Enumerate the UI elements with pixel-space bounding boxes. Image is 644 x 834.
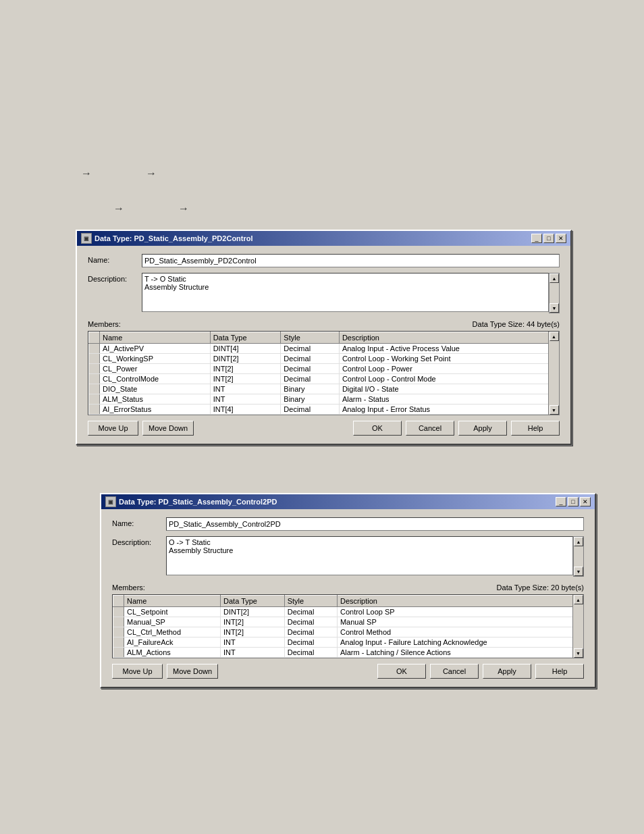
dialog2-title: Data Type: PD_Static_Assembly_Control2PD bbox=[119, 498, 277, 506]
table-header-row-2: Name Data Type Style Description bbox=[113, 596, 583, 607]
table-row[interactable]: CL_Power INT[2] Decimal Control Loop - P… bbox=[89, 364, 559, 374]
description-label-2: Description: bbox=[112, 536, 166, 546]
name-label-1: Name: bbox=[88, 254, 142, 264]
move-down-button-1[interactable]: Move Down bbox=[142, 421, 194, 436]
move-up-button-2[interactable]: Move Up bbox=[112, 664, 163, 679]
col-description-header-1: Description bbox=[339, 332, 558, 344]
maximize-btn-1[interactable]: □ bbox=[543, 234, 554, 243]
arrow-row-1: → → bbox=[81, 167, 157, 180]
col-style-header-2: Style bbox=[284, 596, 337, 607]
col-datatype-header-1: Data Type bbox=[210, 332, 281, 344]
table-row[interactable]: DIO_State INT Binary Digital I/O - State bbox=[89, 384, 559, 394]
center-buttons-2: OK Cancel Apply Help bbox=[377, 664, 584, 679]
ok-button-2[interactable]: OK bbox=[377, 664, 426, 679]
description-scrollbar-1[interactable]: ▲ ▼ bbox=[549, 273, 560, 313]
dialog-pd2control: ▣ Data Type: PD_Static_Assembly_PD2Contr… bbox=[76, 230, 572, 445]
move-down-button-2[interactable]: Move Down bbox=[167, 664, 218, 679]
arrow-row-2: → → bbox=[113, 203, 189, 215]
table-row[interactable]: CL_Ctrl_Method INT[2] Decimal Control Me… bbox=[113, 627, 583, 637]
description-textarea-2[interactable]: O -> T Static Assembly Structure bbox=[166, 536, 573, 575]
table-scroll-down-2[interactable]: ▼ bbox=[574, 648, 583, 658]
name-row-1: Name: bbox=[88, 254, 560, 267]
arrow-4: → bbox=[178, 203, 189, 215]
close-btn-1[interactable]: ✕ bbox=[556, 234, 566, 243]
col-datatype-header-2: Data Type bbox=[221, 596, 285, 607]
arrow-1: → bbox=[81, 167, 92, 180]
table-scroll-down-1[interactable]: ▼ bbox=[549, 405, 559, 415]
table-scrollbar-1[interactable]: ▲ ▼ bbox=[548, 332, 559, 415]
title-icon-1: ▣ bbox=[81, 233, 92, 244]
table-row[interactable]: CL_ControlMode INT[2] Decimal Control Lo… bbox=[89, 374, 559, 384]
move-up-button-1[interactable]: Move Up bbox=[88, 421, 138, 436]
members-section-2: Members: Data Type Size: 20 byte(s) Name… bbox=[112, 583, 584, 658]
name-input-1[interactable] bbox=[142, 254, 560, 267]
table-row[interactable]: CL_Setpoint DINT[2] Decimal Control Loop… bbox=[113, 607, 583, 617]
bottom-row-2: Move Up Move Down OK Cancel Apply Help bbox=[112, 664, 584, 679]
table-header-row-1: Name Data Type Style Description bbox=[89, 332, 559, 344]
move-buttons-1: Move Up Move Down bbox=[88, 421, 194, 436]
table-row[interactable]: ALM_Status INT Binary Alarm - Status bbox=[89, 394, 559, 405]
close-btn-2[interactable]: ✕ bbox=[580, 497, 591, 506]
maximize-btn-2[interactable]: □ bbox=[568, 497, 579, 506]
name-row-2: Name: bbox=[112, 517, 584, 531]
members-label-2: Members: bbox=[112, 583, 145, 592]
table-row[interactable]: AI_FailureAck INT Decimal Analog Input -… bbox=[113, 637, 583, 648]
description-scrollbar-2[interactable]: ▲ ▼ bbox=[573, 536, 584, 577]
scroll-up-2[interactable]: ▲ bbox=[574, 537, 583, 546]
table-row[interactable]: ALM_Actions INT Decimal Alarm - Latching… bbox=[113, 648, 583, 658]
col-name-header-2: Name bbox=[124, 596, 221, 607]
table-row[interactable]: Manual_SP INT[2] Decimal Manual SP bbox=[113, 617, 583, 627]
table-row[interactable]: AI_ActivePV DINT[4] Decimal Analog Input… bbox=[89, 344, 559, 354]
help-button-1[interactable]: Help bbox=[511, 421, 560, 436]
col-selector-1 bbox=[89, 332, 100, 344]
apply-button-1[interactable]: Apply bbox=[458, 421, 507, 436]
members-table-2: Name Data Type Style Description CL_Setp… bbox=[112, 594, 584, 658]
dialog1-title: Data Type: PD_Static_Assembly_PD2Control bbox=[95, 234, 253, 242]
titlebar-pd2control[interactable]: ▣ Data Type: PD_Static_Assembly_PD2Contr… bbox=[77, 231, 570, 246]
ok-button-1[interactable]: OK bbox=[353, 421, 402, 436]
scroll-up-1[interactable]: ▲ bbox=[549, 273, 559, 283]
bottom-row-1: Move Up Move Down OK Cancel Apply Help bbox=[88, 421, 560, 436]
table-scroll-up-2[interactable]: ▲ bbox=[574, 595, 583, 604]
move-buttons-2: Move Up Move Down bbox=[112, 664, 218, 679]
data-type-size-1: Data Type Size: 44 byte(s) bbox=[473, 320, 560, 328]
cancel-button-1[interactable]: Cancel bbox=[406, 421, 454, 436]
scroll-down-1[interactable]: ▼ bbox=[549, 303, 559, 313]
minimize-btn-1[interactable]: _ bbox=[531, 234, 542, 243]
center-buttons-1: OK Cancel Apply Help bbox=[353, 421, 560, 436]
data-type-size-2: Data Type Size: 20 byte(s) bbox=[497, 583, 584, 592]
col-name-header-1: Name bbox=[100, 332, 211, 344]
col-description-header-2: Description bbox=[337, 596, 583, 607]
col-selector-2 bbox=[113, 596, 124, 607]
arrow-2: → bbox=[146, 167, 157, 180]
titlebar-buttons-1: _ □ ✕ bbox=[531, 234, 566, 243]
description-row-2: Description: O -> T Static Assembly Stru… bbox=[112, 536, 584, 577]
apply-button-2[interactable]: Apply bbox=[483, 664, 531, 679]
cancel-button-2[interactable]: Cancel bbox=[430, 664, 479, 679]
arrow-3: → bbox=[113, 203, 124, 215]
table-scrollbar-2[interactable]: ▲ ▼ bbox=[572, 595, 583, 658]
description-textarea-1[interactable]: T -> O Static Assembly Structure bbox=[142, 273, 549, 312]
members-label-1: Members: bbox=[88, 320, 121, 328]
scroll-down-2[interactable]: ▼ bbox=[574, 567, 583, 576]
name-label-2: Name: bbox=[112, 517, 166, 527]
members-table-1: Name Data Type Style Description AI_Acti… bbox=[88, 331, 560, 415]
table-scroll-up-1[interactable]: ▲ bbox=[549, 332, 559, 341]
description-label-1: Description: bbox=[88, 273, 142, 283]
members-section-1: Members: Data Type Size: 44 byte(s) Name… bbox=[88, 320, 560, 415]
description-row-1: Description: T -> O Static Assembly Stru… bbox=[88, 273, 560, 313]
title-icon-2: ▣ bbox=[105, 496, 116, 507]
titlebar-buttons-2: _ □ ✕ bbox=[556, 497, 591, 506]
table-row[interactable]: CL_WorkingSP DINT[2] Decimal Control Loo… bbox=[89, 354, 559, 364]
minimize-btn-2[interactable]: _ bbox=[556, 497, 566, 506]
col-style-header-1: Style bbox=[281, 332, 340, 344]
dialog-control2pd: ▣ Data Type: PD_Static_Assembly_Control2… bbox=[100, 493, 596, 688]
name-input-2[interactable] bbox=[166, 517, 584, 531]
titlebar-control2pd[interactable]: ▣ Data Type: PD_Static_Assembly_Control2… bbox=[101, 494, 595, 509]
table-row[interactable]: AI_ErrorStatus INT[4] Decimal Analog Inp… bbox=[89, 405, 559, 415]
help-button-2[interactable]: Help bbox=[535, 664, 584, 679]
